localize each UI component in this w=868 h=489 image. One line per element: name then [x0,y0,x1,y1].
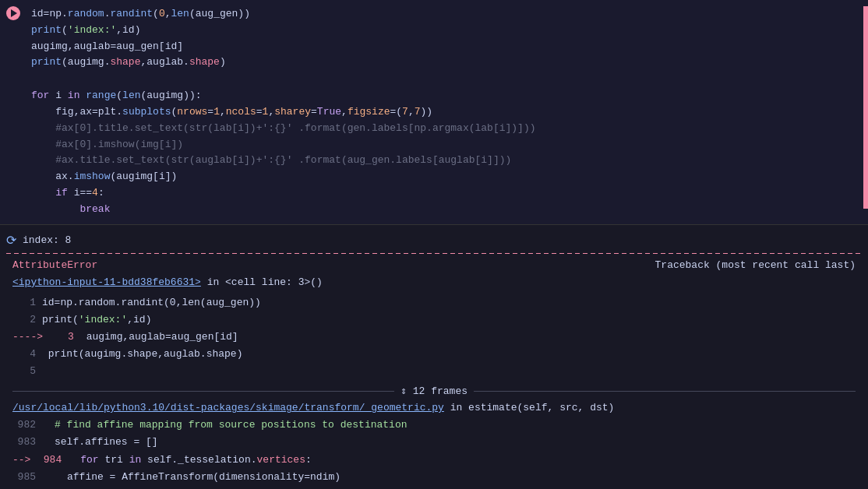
code-line-5: for i in range(len(augimg)): [31,88,856,104]
detail-line-983: 983self.affines = [] [12,434,856,451]
detail-code-block: 982# find affine mapping from source pos… [0,415,868,489]
traceback-header: AttributeError Traceback (most recent ca… [12,257,856,274]
output-panel: ⟳ index: 8 AttributeError Traceback (mos… [0,225,868,489]
code-line-1: id=np.random.randint(0,len(aug_gen)) [31,6,856,23]
restart-kernel-icon[interactable]: ⟳ [6,233,16,248]
run-button[interactable] [6,6,20,20]
code-line-2: print('index:',id) [31,23,856,39]
code-line-6: fig,ax=plt.subplots(nrows=1,ncols=1,shar… [31,104,856,121]
code-line-11: if i==4: [31,185,856,202]
code-line-7: #ax[0].title.set_text(str(lab[i])+':{}' … [31,121,856,137]
frames-line-right [474,391,856,392]
frames-arrows-icon[interactable]: ⇕ [400,385,407,397]
frames-line-left [12,391,394,392]
code-line-12: break [31,202,856,218]
error-type-label: AttributeError [12,257,97,274]
code-line-blank [31,71,856,88]
code-line-4: print(augimg.shape,auglab.shape) [31,55,856,71]
code-line-9: #ax.title.set_text(str(auglab[i])+':{}' … [31,153,856,169]
error-code-lines: 1id=np.random.randint(0,len(aug_gen)) 2p… [12,294,856,380]
detail-line-984: --> 984for tri in self._tesselation.vert… [12,452,856,469]
file-path-link[interactable]: /usr/local/lib/python3.10/dist-packages/… [12,402,444,413]
detail-line-986: 986success &= affine.estimate(src[tri, :… [12,486,856,489]
cell-info: in <cell line: 3>() [201,276,323,288]
frames-divider: ⇕ 12 frames [0,382,868,400]
code-editor: id=np.random.randint(0,len(aug_gen)) pri… [0,0,868,225]
output-header: ⟳ index: 8 [0,230,868,252]
output-index: index: 8 [23,234,71,246]
code-line-3: augimg,auglab=aug_gen[id] [31,39,856,55]
error-code-line-4: 4 print(augimg.shape,auglab.shape) [12,346,856,363]
detail-line-982: 982# find affine mapping from source pos… [12,417,856,434]
error-code-line-3: ----> 3 augimg,auglab=aug_gen[id] [12,329,856,346]
in-text: in [444,402,468,413]
file-path-line: /usr/local/lib/python3.10/dist-packages/… [0,400,868,415]
error-code-line-5: 5 [12,363,856,380]
error-code-line-1: 1id=np.random.randint(0,len(aug_gen)) [12,294,856,311]
func-sig: estimate(self, src, dst) [468,402,614,413]
traceback-label: Traceback (most recent call last) [655,257,856,274]
main-container: id=np.random.randint(0,len(aug_gen)) pri… [0,0,868,489]
detail-line-985: 985affine = AffineTransform(dimensionali… [12,469,856,486]
error-code-line-2: 2print('index:',id) [12,311,856,329]
traceback-link-line: <ipython-input-11-bdd38feb6631> in <cell… [12,274,856,291]
code-line-10: ax.imshow(augimg[i]) [31,169,856,185]
frames-count: 12 frames [413,385,468,397]
ipython-link[interactable]: <ipython-input-11-bdd38feb6631> [12,276,201,288]
code-line-8: #ax[0].imshow(img[i]) [31,137,856,153]
error-block: AttributeError Traceback (most recent ca… [0,255,868,382]
code-lines: id=np.random.randint(0,len(aug_gen)) pri… [0,6,868,218]
error-indicator [863,6,868,209]
